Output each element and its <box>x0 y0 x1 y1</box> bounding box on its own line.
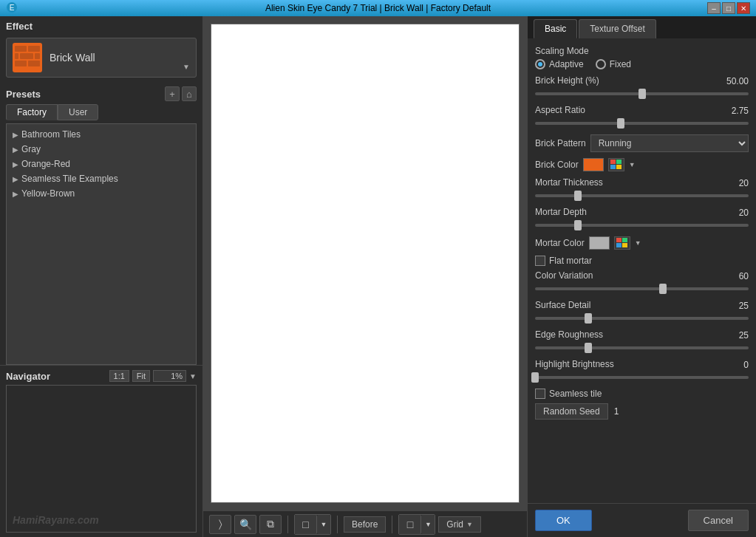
close-button[interactable]: ✕ <box>737 2 750 14</box>
mortar-depth-slider[interactable] <box>535 220 749 230</box>
canvas-preview <box>211 24 520 503</box>
adaptive-radio-button[interactable] <box>535 59 545 69</box>
zoom-fit-button[interactable]: Fit <box>132 370 150 382</box>
brick-color-label: Brick Color <box>535 160 579 170</box>
flat-mortar-checkbox[interactable] <box>535 256 545 266</box>
preview-toggle-button[interactable]: □ <box>399 515 421 534</box>
scaling-mode-group: Scaling Mode Adaptive Fixed <box>535 46 749 69</box>
svg-rect-2 <box>15 46 27 52</box>
surface-detail-label: Surface Detail <box>535 300 590 310</box>
add-preset-button[interactable]: + <box>165 86 180 101</box>
mortar-thickness-thumb[interactable] <box>574 191 582 201</box>
brick-pattern-select[interactable]: Running Stacked Diagonal <box>590 134 749 152</box>
effect-dropdown-arrow-icon[interactable]: ▼ <box>183 63 190 71</box>
list-item[interactable]: ▶ Bathroom Tiles <box>7 127 196 142</box>
aspect-ratio-header: Aspect Ratio 2.75 <box>535 105 749 117</box>
seamless-tile-checkbox[interactable] <box>535 389 545 399</box>
mortar-thickness-group: Mortar Thickness 20 <box>535 177 749 201</box>
edge-roughness-thumb[interactable] <box>585 343 592 353</box>
brick-height-thumb[interactable] <box>638 89 646 99</box>
mortar-color-grid-button[interactable] <box>614 236 630 250</box>
aspect-ratio-thumb[interactable] <box>617 118 624 129</box>
toolbar-separator-3 <box>392 516 392 533</box>
texture-offset-tab[interactable]: Texture Offset <box>579 19 655 38</box>
toolbar-separator-2 <box>337 516 338 533</box>
svg-rect-12 <box>616 165 622 169</box>
highlight-brightness-slider[interactable] <box>535 372 749 383</box>
effect-selector[interactable]: Brick Wall ▼ <box>6 38 197 78</box>
factory-tab[interactable]: Factory <box>6 104 58 120</box>
highlight-brightness-thumb[interactable] <box>531 372 539 383</box>
zoom-controls: 1:1 Fit 1% ▼ <box>109 370 197 382</box>
brick-color-grid-button[interactable] <box>608 158 624 171</box>
fixed-radio-button[interactable] <box>596 59 606 69</box>
svg-rect-7 <box>15 61 27 66</box>
minimize-button[interactable]: – <box>707 2 721 14</box>
zoom-tool-button[interactable]: 🔍 <box>234 515 256 534</box>
zoom-dropdown-icon[interactable]: ▼ <box>189 372 197 380</box>
grid-dropdown-icon: ▼ <box>466 521 473 528</box>
hand-tool-button[interactable]: 〉 <box>209 515 231 534</box>
flat-mortar-label: Flat mortar <box>549 256 592 266</box>
before-button[interactable]: Before <box>344 516 386 533</box>
view-dropdown-button[interactable]: ▼ <box>421 515 435 534</box>
brick-height-slider[interactable] <box>535 89 749 99</box>
surface-detail-group: Surface Detail 25 <box>535 300 749 324</box>
brick-color-swatch[interactable] <box>583 158 604 171</box>
mortar-depth-header: Mortar Depth 20 <box>535 207 749 219</box>
edge-roughness-slider[interactable] <box>535 343 749 353</box>
color-variation-header: Color Variation 60 <box>535 270 749 282</box>
maximize-button[interactable]: □ <box>722 2 735 14</box>
edge-roughness-track <box>535 346 749 349</box>
zoom-input[interactable]: 1% <box>153 370 186 382</box>
svg-rect-13 <box>616 238 622 242</box>
brick-height-label: Brick Height (%) <box>535 75 599 86</box>
zoom-1to1-button[interactable]: 1:1 <box>109 370 129 382</box>
surface-detail-header: Surface Detail 25 <box>535 300 749 312</box>
aspect-ratio-label: Aspect Ratio <box>535 105 585 115</box>
rectangle-tool-button[interactable]: □ <box>295 515 317 534</box>
expand-icon: ▶ <box>13 146 18 154</box>
list-item[interactable]: ▶ Yellow-Brown <box>7 186 196 201</box>
mortar-thickness-slider[interactable] <box>535 191 749 201</box>
svg-rect-15 <box>616 243 622 247</box>
home-preset-button[interactable]: ⌂ <box>182 86 197 101</box>
highlight-brightness-header: Highlight Brightness 0 <box>535 359 749 371</box>
color-variation-slider[interactable] <box>535 284 749 294</box>
user-tab[interactable]: User <box>58 104 98 120</box>
mortar-color-swatch[interactable] <box>589 236 610 250</box>
list-item[interactable]: ▶ Orange-Red <box>7 157 196 171</box>
aspect-ratio-slider[interactable] <box>535 118 749 129</box>
adaptive-radio[interactable]: Adaptive <box>535 59 584 69</box>
edge-roughness-header: Edge Roughness 25 <box>535 329 749 341</box>
surface-detail-thumb[interactable] <box>585 313 592 324</box>
fixed-radio[interactable]: Fixed <box>596 59 631 69</box>
color-variation-label: Color Variation <box>535 270 593 281</box>
mortar-thickness-track <box>535 194 749 197</box>
mortar-depth-thumb[interactable] <box>574 220 582 230</box>
navigator-header: Navigator 1:1 Fit 1% ▼ <box>6 370 197 382</box>
svg-rect-14 <box>622 238 627 242</box>
panel-tabs: Basic Texture Offset <box>528 16 756 38</box>
scaling-mode-row: Adaptive Fixed <box>535 59 749 69</box>
surface-detail-slider[interactable] <box>535 313 749 324</box>
edge-roughness-value: 25 <box>719 330 749 341</box>
navigator-section: Navigator 1:1 Fit 1% ▼ HamiRayane.com <box>0 365 202 537</box>
select-tool-button[interactable]: ⧉ <box>259 515 282 534</box>
brick-color-dropdown-icon[interactable]: ▼ <box>629 161 636 168</box>
brick-height-header: Brick Height (%) 50.00 <box>535 75 749 87</box>
grid-button[interactable]: Grid ▼ <box>438 516 481 533</box>
highlight-brightness-value: 0 <box>719 360 749 370</box>
list-item[interactable]: ▶ Gray <box>7 142 196 157</box>
color-variation-thumb[interactable] <box>659 284 667 294</box>
view-tool-group: □ ▼ <box>398 514 435 535</box>
list-item[interactable]: ▶ Seamless Tile Examples <box>7 171 196 186</box>
basic-tab[interactable]: Basic <box>534 19 577 38</box>
shape-dropdown-button[interactable]: ▼ <box>317 515 330 534</box>
cancel-button[interactable]: Cancel <box>688 510 749 531</box>
ok-button[interactable]: OK <box>535 510 592 531</box>
mortar-color-dropdown-icon[interactable]: ▼ <box>635 239 641 247</box>
random-seed-button[interactable]: Random Seed <box>535 403 608 420</box>
expand-icon: ▶ <box>13 175 18 183</box>
window-controls: – □ ✕ <box>707 2 750 14</box>
